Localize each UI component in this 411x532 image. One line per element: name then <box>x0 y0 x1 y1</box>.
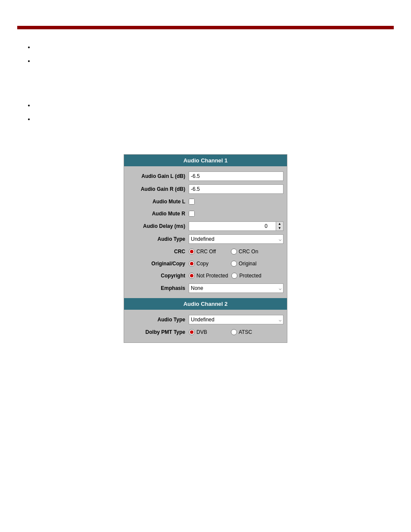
audio-delay-control: ▲ ▼ <box>189 221 283 231</box>
audio-mute-r-checkbox[interactable] <box>189 211 195 217</box>
audio-type2-row: Audio Type Undefined MPEG1 Layer 1 MPEG1… <box>124 313 287 326</box>
dolby-pmt-row: Dolby PMT Type DVB ATSC <box>124 326 287 338</box>
audio-gain-l-control <box>189 171 283 181</box>
audio-mute-r-row: Audio Mute R <box>124 208 287 220</box>
dvb-option: DVB <box>189 329 227 335</box>
not-protected-option: Not Protected <box>189 273 228 279</box>
audio-mute-l-checkbox[interactable] <box>189 199 195 205</box>
emphasis-select-wrapper: None 50/15 microseconds CCITT J.17 ⌵ <box>189 283 283 293</box>
bullet-item-1 <box>34 43 385 52</box>
audio-gain-r-label: Audio Gain R (dB) <box>128 186 189 192</box>
copyright-control: Not Protected Protected <box>189 273 283 279</box>
bullet-item-3 <box>34 101 385 110</box>
dolby-pmt-control: DVB ATSC <box>189 329 283 335</box>
bullet-item-2 <box>34 57 385 65</box>
protected-option: Protected <box>231 273 270 279</box>
audio-mute-l-row: Audio Mute L <box>124 196 287 208</box>
copyright-row: Copyright Not Protected Protected <box>124 270 287 282</box>
crc-row: CRC CRC Off CRC On <box>124 246 287 258</box>
not-protected-label: Not Protected <box>196 273 228 279</box>
original-copy-label: Original/Copy <box>128 261 189 267</box>
audio-delay-row: Audio Delay (ms) ▲ ▼ <box>124 220 287 233</box>
audio-mute-l-control <box>189 199 283 205</box>
protected-radio[interactable] <box>231 273 237 279</box>
channel1-header: Audio Channel 1 <box>124 155 287 166</box>
original-radio[interactable] <box>231 261 237 267</box>
audio-mute-r-label: Audio Mute R <box>128 211 189 217</box>
audio-gain-l-row: Audio Gain L (dB) <box>124 170 287 183</box>
copy-label: Copy <box>196 261 209 267</box>
crc-off-radio[interactable] <box>189 249 195 255</box>
crc-off-option: CRC Off <box>189 249 227 255</box>
audio-type2-select[interactable]: Undefined MPEG1 Layer 1 MPEG1 Layer 2 AC… <box>189 315 283 324</box>
crc-control: CRC Off CRC On <box>189 249 283 255</box>
emphasis-label: Emphasis <box>128 285 189 291</box>
audio-gain-l-label: Audio Gain L (dB) <box>128 173 189 179</box>
emphasis-row: Emphasis None 50/15 microseconds CCITT J… <box>124 282 287 295</box>
top-bar <box>17 26 394 29</box>
crc-on-label: CRC On <box>239 249 258 255</box>
copyright-label: Copyright <box>128 273 189 279</box>
audio-type-row: Audio Type Undefined MPEG1 Layer 1 MPEG1… <box>124 233 287 246</box>
audio-gain-r-input[interactable] <box>189 184 283 194</box>
audio-delay-spinner: ▲ ▼ <box>189 221 283 231</box>
audio-settings-panel: Audio Channel 1 Audio Gain L (dB) Audio … <box>124 154 287 343</box>
original-copy-control: Copy Original <box>189 261 283 267</box>
crc-label: CRC <box>128 249 189 255</box>
audio-type-control: Undefined MPEG1 Layer 1 MPEG1 Layer 2 AC… <box>189 234 283 244</box>
emphasis-select[interactable]: None 50/15 microseconds CCITT J.17 <box>189 283 283 293</box>
content-area: Audio Channel 1 Audio Gain L (dB) Audio … <box>0 29 411 364</box>
bullet-item-4 <box>34 115 385 124</box>
copy-radio[interactable] <box>189 261 195 267</box>
audio-type-select-wrapper: Undefined MPEG1 Layer 1 MPEG1 Layer 2 AC… <box>189 234 283 244</box>
dvb-label: DVB <box>196 329 207 335</box>
crc-on-radio[interactable] <box>231 249 237 255</box>
atsc-radio[interactable] <box>231 329 237 335</box>
audio-type-label: Audio Type <box>128 236 189 242</box>
audio-gain-l-input[interactable] <box>189 171 283 181</box>
audio-type-select[interactable]: Undefined MPEG1 Layer 1 MPEG1 Layer 2 AC… <box>189 234 283 244</box>
audio-gain-r-row: Audio Gain R (dB) <box>124 183 287 196</box>
spin-up-button[interactable]: ▲ <box>276 222 283 226</box>
audio-mute-l-label: Audio Mute L <box>128 199 189 205</box>
dolby-pmt-label: Dolby PMT Type <box>128 329 189 335</box>
original-copy-row: Original/Copy Copy Original <box>124 258 287 270</box>
audio-mute-r-control <box>189 211 283 217</box>
audio-delay-label: Audio Delay (ms) <box>128 223 189 229</box>
atsc-option: ATSC <box>231 329 270 335</box>
not-protected-radio[interactable] <box>189 273 195 279</box>
audio-type2-select-wrapper: Undefined MPEG1 Layer 1 MPEG1 Layer 2 AC… <box>189 315 283 324</box>
spin-down-button[interactable]: ▼ <box>276 226 283 230</box>
audio-type2-control: Undefined MPEG1 Layer 1 MPEG1 Layer 2 AC… <box>189 315 283 324</box>
dvb-radio[interactable] <box>189 329 195 335</box>
crc-on-option: CRC On <box>231 249 270 255</box>
audio-type2-label: Audio Type <box>128 317 189 323</box>
original-option: Original <box>231 261 270 267</box>
protected-label: Protected <box>239 273 261 279</box>
copy-option: Copy <box>189 261 227 267</box>
spin-buttons: ▲ ▼ <box>276 222 283 230</box>
audio-delay-input[interactable] <box>189 223 276 229</box>
atsc-label: ATSC <box>239 329 252 335</box>
original-label: Original <box>239 261 256 267</box>
emphasis-control: None 50/15 microseconds CCITT J.17 ⌵ <box>189 283 283 293</box>
bullet-list-top <box>26 43 385 65</box>
crc-off-label: CRC Off <box>196 249 216 255</box>
bullet-list-bottom <box>26 101 385 123</box>
channel2-header: Audio Channel 2 <box>124 298 287 310</box>
audio-gain-r-control <box>189 184 283 194</box>
